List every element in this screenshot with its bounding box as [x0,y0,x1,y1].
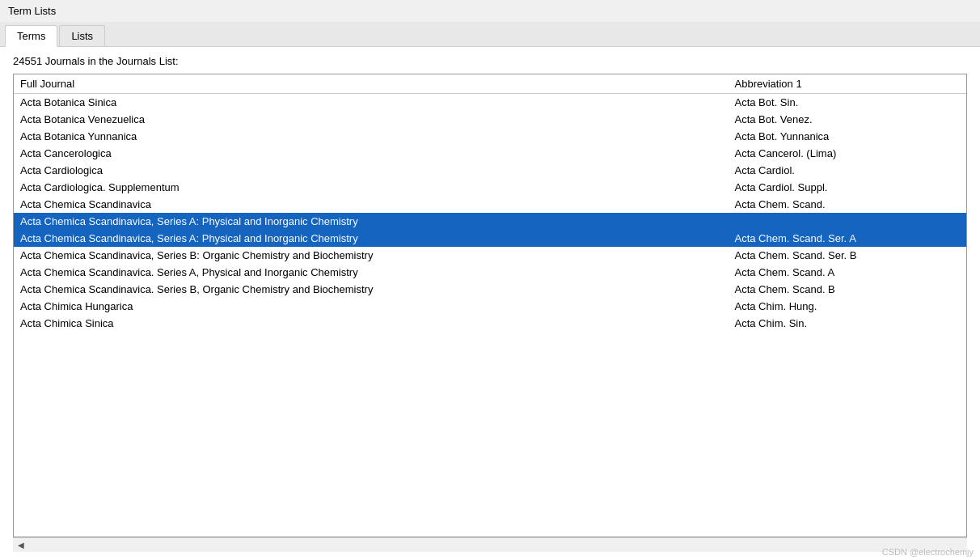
watermark: CSDN @electrochemjy [882,547,974,557]
cell-abbreviation: Acta Bot. Yunnanica [729,128,967,145]
tab-terms[interactable]: Terms [5,25,57,47]
table-row[interactable]: Acta Cardiologica. SupplementumActa Card… [14,179,966,196]
cell-full-journal: Acta Cardiologica [14,162,729,179]
table-body: Acta Botanica SinicaActa Bot. Sin.Acta B… [14,94,966,333]
cell-full-journal: Acta Botanica Venezuelica [14,111,729,128]
journal-table: Full Journal Abbreviation 1 Acta Botanic… [14,74,966,332]
cell-full-journal: Acta Chemica Scandinavica [14,196,729,213]
cell-abbreviation: Acta Chim. Sin. [729,315,967,332]
cell-abbreviation [729,213,967,230]
cell-abbreviation: Acta Chem. Scand. Ser. B [729,247,967,264]
col-abbr-header: Abbreviation 1 [729,74,967,94]
table-row[interactable]: Acta Botanica VenezuelicaActa Bot. Venez… [14,111,966,128]
cell-abbreviation: Acta Chem. Scand. A [729,264,967,281]
col-full-header: Full Journal [14,74,729,94]
table-row[interactable]: Acta Chimica HungaricaActa Chim. Hung. [14,298,966,315]
cell-abbreviation: Acta Bot. Sin. [729,94,967,112]
cell-full-journal: Acta Botanica Sinica [14,94,729,112]
cell-full-journal: Acta Cancerologica [14,145,729,162]
table-header-row: Full Journal Abbreviation 1 [14,74,966,94]
content-area: 24551 Journals in the Journals List: Ful… [0,47,980,560]
cell-full-journal: Acta Chemica Scandinavica, Series A: Phy… [14,230,729,247]
cell-full-journal: Acta Chemica Scandinavica. Series A, Phy… [14,264,729,281]
cell-full-journal: Acta Cardiologica. Supplementum [14,179,729,196]
journal-table-container[interactable]: Full Journal Abbreviation 1 Acta Botanic… [13,74,967,537]
window-title: Term Lists [8,5,56,17]
cell-abbreviation: Acta Chem. Scand. [729,196,967,213]
main-window: Term Lists Terms Lists 24551 Journals in… [0,0,980,560]
cell-abbreviation: Acta Cardiol. [729,162,967,179]
table-row[interactable]: Acta Chemica Scandinavica, Series B: Org… [14,247,966,264]
table-row[interactable]: Acta CancerologicaActa Cancerol. (Lima) [14,145,966,162]
table-row[interactable]: Acta Botanica YunnanicaActa Bot. Yunnani… [14,128,966,145]
cell-abbreviation: Acta Bot. Venez. [729,111,967,128]
cell-full-journal: Acta Chemica Scandinavica, Series A: Phy… [14,213,729,230]
cell-abbreviation: Acta Chim. Hung. [729,298,967,315]
cell-full-journal: Acta Chimica Sinica [14,315,729,332]
table-row[interactable]: Acta CardiologicaActa Cardiol. [14,162,966,179]
cell-abbreviation: Acta Chem. Scand. B [729,281,967,298]
table-row[interactable]: Acta Chemica Scandinavica, Series A: Phy… [14,230,966,247]
table-row[interactable]: Acta Chimica SinicaActa Chim. Sin. [14,315,966,332]
table-row[interactable]: Acta Chemica ScandinavicaActa Chem. Scan… [14,196,966,213]
horizontal-scrollbar[interactable]: ◀ [13,537,967,552]
scroll-left-arrow[interactable]: ◀ [16,541,26,549]
cell-abbreviation: Acta Chem. Scand. Ser. A [729,230,967,247]
cell-full-journal: Acta Chimica Hungarica [14,298,729,315]
cell-abbreviation: Acta Cancerol. (Lima) [729,145,967,162]
table-row[interactable]: Acta Chemica Scandinavica, Series A: Phy… [14,213,966,230]
cell-full-journal: Acta Chemica Scandinavica. Series B, Org… [14,281,729,298]
journal-count: 24551 Journals in the Journals List: [13,55,967,67]
table-row[interactable]: Acta Botanica SinicaActa Bot. Sin. [14,94,966,112]
cell-abbreviation: Acta Cardiol. Suppl. [729,179,967,196]
cell-full-journal: Acta Chemica Scandinavica, Series B: Org… [14,247,729,264]
table-row[interactable]: Acta Chemica Scandinavica. Series A, Phy… [14,264,966,281]
tab-bar: Terms Lists [0,22,980,47]
tab-lists[interactable]: Lists [59,25,105,46]
title-bar: Term Lists [0,0,980,22]
cell-full-journal: Acta Botanica Yunnanica [14,128,729,145]
table-row[interactable]: Acta Chemica Scandinavica. Series B, Org… [14,281,966,298]
